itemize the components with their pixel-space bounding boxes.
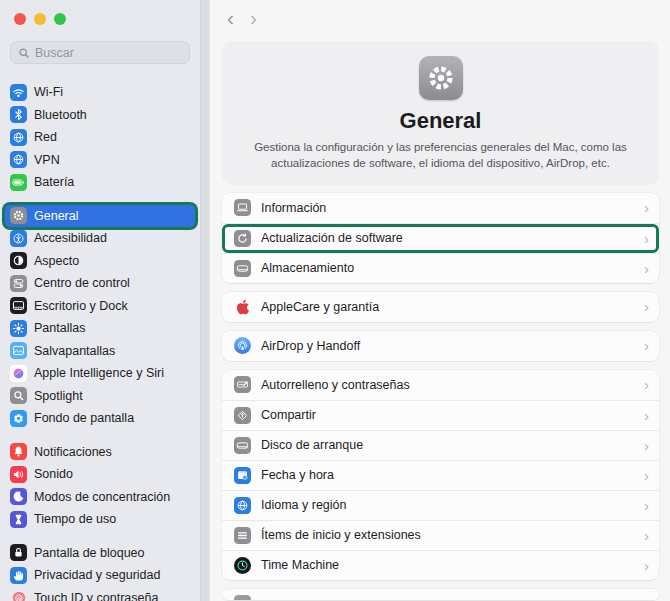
settings-group: AppleCare y garantía›	[222, 292, 659, 322]
chevron-right-icon: ›	[644, 261, 649, 276]
page-title: General	[242, 108, 639, 134]
row-idioma-y-region[interactable]: Idioma y región›	[222, 490, 659, 520]
row-actualizacion-de-software[interactable]: Actualización de software›	[222, 223, 659, 253]
search-icon	[18, 47, 30, 59]
disk-icon	[234, 260, 251, 277]
sidebar-item-fondo-de-pantalla[interactable]: Fondo de pantalla	[5, 407, 195, 430]
sun-icon	[10, 320, 27, 337]
autofill-icon	[234, 376, 251, 393]
sidebar-item-label: Salvapantallas	[34, 344, 115, 358]
row-partial-row[interactable]	[222, 589, 659, 600]
sidebar-item-wifi[interactable]: Wi-Fi	[5, 81, 195, 104]
list-icon	[234, 527, 251, 544]
sidebar-item-accesibilidad[interactable]: Accesibilidad	[5, 227, 195, 250]
flower-icon	[10, 410, 27, 427]
sidebar-item-escritorio-y-dock[interactable]: Escritorio y Dock	[5, 295, 195, 318]
sidebar-item-centro-de-control[interactable]: Centro de control	[5, 272, 195, 295]
sidebar: Buscar Wi-FiBluetoothRedVPNBateríaGenera…	[0, 0, 200, 601]
sidebar-item-bateria[interactable]: Batería	[5, 171, 195, 194]
row-label: AppleCare y garantía	[261, 300, 634, 314]
settings-group: Autorrelleno y contraseñas›Compartir›Dis…	[222, 370, 659, 580]
sidebar-item-general[interactable]: General	[5, 205, 195, 228]
sidebar-item-label: Pantallas	[34, 321, 85, 335]
row-compartir[interactable]: Compartir›	[222, 400, 659, 430]
sidebar-item-pantalla-de-bloqueo[interactable]: Pantalla de bloqueo	[5, 542, 195, 565]
sidebar-item-modos-de-concentracion[interactable]: Modos de concentración	[5, 486, 195, 509]
row-label: Información	[261, 201, 634, 215]
sidebar-item-label: Accesibilidad	[34, 231, 107, 245]
row-label: Autorrelleno y contraseñas	[261, 378, 634, 392]
close-button[interactable]	[14, 13, 26, 25]
sidebar-item-label: Tiempo de uso	[34, 512, 116, 526]
navigation-bar: ‹ ›	[227, 6, 257, 30]
row-disco-de-arranque[interactable]: Disco de arranque›	[222, 430, 659, 460]
sidebar-scrollbar[interactable]	[200, 0, 210, 601]
chevron-right-icon: ›	[644, 408, 649, 423]
sidebar-item-privacidad-y-seguridad[interactable]: Privacidad y seguridad	[5, 564, 195, 587]
sidebar-item-spotlight[interactable]: Spotlight	[5, 385, 195, 408]
globe-icon	[234, 497, 251, 514]
row-almacenamiento[interactable]: Almacenamiento›	[222, 253, 659, 283]
sidebar-item-label: Apple Intelligence y Siri	[34, 366, 164, 380]
hourglass-icon	[10, 511, 27, 528]
chevron-right-icon: ›	[644, 528, 649, 543]
row-label: Disco de arranque	[261, 438, 634, 452]
row-label: Compartir	[261, 408, 634, 422]
contrast-icon	[10, 252, 27, 269]
row-applecare-y-garantia[interactable]: AppleCare y garantía›	[222, 292, 659, 322]
chevron-right-icon: ›	[644, 299, 649, 314]
sidebar-item-label: Aspecto	[34, 254, 79, 268]
laptop-icon	[234, 199, 251, 216]
sidebar-item-label: Batería	[34, 175, 74, 189]
sidebar-item-apple-intelligence-y-siri[interactable]: Apple Intelligence y Siri	[5, 362, 195, 385]
sidebar-item-label: Privacidad y seguridad	[34, 568, 160, 582]
chevron-right-icon: ›	[644, 558, 649, 573]
siri-icon	[10, 365, 27, 382]
accessibility-icon	[10, 230, 27, 247]
row-informacion[interactable]: Información›	[222, 193, 659, 223]
sidebar-item-sonido[interactable]: Sonido	[5, 463, 195, 486]
row-airdrop-y-handoff[interactable]: AirDrop y Handoff›	[222, 331, 659, 361]
sidebar-item-label: Fondo de pantalla	[34, 411, 134, 425]
row-label: Almacenamiento	[261, 261, 634, 275]
search-input[interactable]: Buscar	[10, 41, 190, 64]
speaker-icon	[10, 466, 27, 483]
airdrop-icon	[234, 337, 251, 354]
sidebar-item-pantallas[interactable]: Pantallas	[5, 317, 195, 340]
sidebar-item-bluetooth[interactable]: Bluetooth	[5, 104, 195, 127]
minimize-button[interactable]	[34, 13, 46, 25]
sidebar-item-label: Pantalla de bloqueo	[34, 546, 145, 560]
sidebar-group: Pantalla de bloqueoPrivacidad y segurida…	[0, 542, 200, 601]
partial-icon	[234, 595, 251, 600]
sidebar-item-tiempo-de-uso[interactable]: Tiempo de uso	[5, 508, 195, 531]
update-icon	[234, 230, 251, 247]
row-autorrelleno-y-contrasenas[interactable]: Autorrelleno y contraseñas›	[222, 370, 659, 400]
sidebar-item-notificaciones[interactable]: Notificaciones	[5, 441, 195, 464]
sidebar-item-label: Sonido	[34, 467, 73, 481]
sidebar-item-vpn[interactable]: VPN	[5, 149, 195, 172]
back-button[interactable]: ‹	[227, 6, 234, 30]
moon-icon	[10, 488, 27, 505]
settings-group: Información›Actualización de software›Al…	[222, 193, 659, 283]
chevron-right-icon: ›	[644, 377, 649, 392]
traffic-lights	[0, 0, 200, 25]
row-time-machine[interactable]: Time Machine›	[222, 550, 659, 580]
system-settings-window: { "window": { "traffic_lights": ["close"…	[0, 0, 670, 601]
sidebar-item-salvapantallas[interactable]: Salvapantallas	[5, 340, 195, 363]
sidebar-item-touch-id-y-contrasena[interactable]: Touch ID y contraseña	[5, 587, 195, 601]
chevron-right-icon: ›	[644, 498, 649, 513]
sidebar-list: Wi-FiBluetoothRedVPNBateríaGeneralAccesi…	[0, 81, 200, 601]
row-fecha-y-hora[interactable]: Fecha y hora›	[222, 460, 659, 490]
sidebar-item-red[interactable]: Red	[5, 126, 195, 149]
forward-button[interactable]: ›	[250, 6, 257, 30]
row-items-de-inicio-y-extensiones[interactable]: Ítems de inicio y extensiones›	[222, 520, 659, 550]
search-placeholder: Buscar	[35, 46, 74, 60]
zoom-button[interactable]	[54, 13, 66, 25]
sidebar-item-label: Bluetooth	[34, 108, 87, 122]
calendar-icon	[234, 467, 251, 484]
lock-icon	[10, 544, 27, 561]
sidebar-item-aspecto[interactable]: Aspecto	[5, 250, 195, 273]
sidebar-item-label: Spotlight	[34, 389, 83, 403]
screensaver-icon	[10, 342, 27, 359]
row-label: Idioma y región	[261, 498, 634, 512]
